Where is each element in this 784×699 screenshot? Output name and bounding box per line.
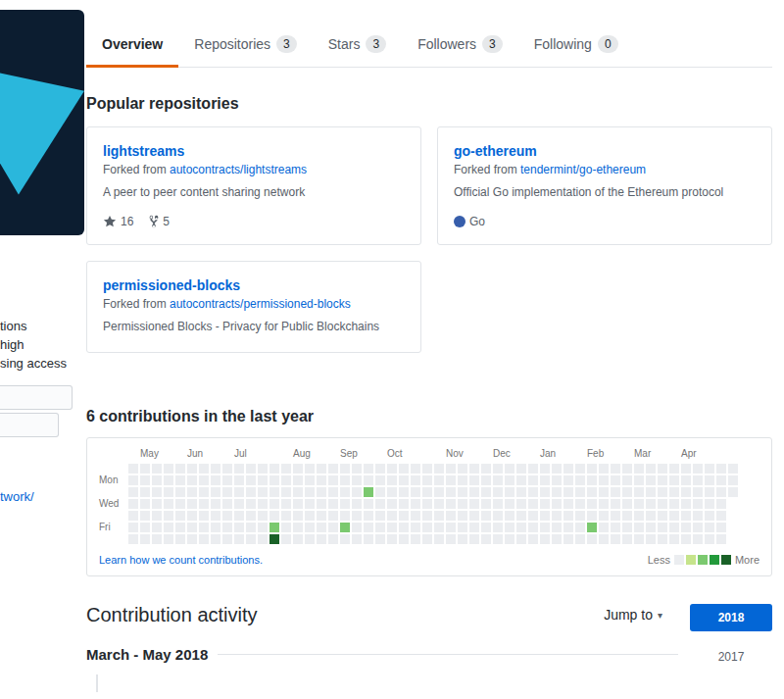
tab-overview[interactable]: Overview bbox=[86, 24, 178, 68]
contribution-cell bbox=[281, 487, 291, 497]
contribution-cell bbox=[399, 487, 409, 497]
year-2017[interactable]: 2017 bbox=[690, 643, 772, 671]
contribution-graph: MayJunJulAugSepOctNovDecJanFebMarAprMonW… bbox=[99, 448, 760, 548]
contribution-cell bbox=[364, 534, 373, 544]
tab-count-badge: 3 bbox=[366, 35, 386, 53]
repo-meta: Go bbox=[454, 215, 756, 228]
fork-source-link[interactable]: autocontracts/lightstreams bbox=[170, 163, 307, 176]
fork-source-link[interactable]: autocontracts/permissioned-blocks bbox=[170, 297, 351, 311]
contribution-cell bbox=[293, 534, 303, 544]
contribution-cell bbox=[211, 511, 220, 521]
contribution-cell bbox=[411, 523, 420, 532]
contribution-cell bbox=[352, 534, 362, 544]
forked-from-label: Forked from bbox=[103, 163, 170, 176]
contribution-cell bbox=[340, 464, 350, 474]
contribution-cell bbox=[587, 475, 597, 485]
contribution-cell bbox=[646, 464, 656, 474]
repo-language: Go bbox=[454, 215, 485, 228]
contribution-cell bbox=[646, 475, 656, 485]
contribution-cell bbox=[352, 511, 362, 521]
contribution-cell bbox=[528, 511, 538, 521]
contribution-cell bbox=[575, 464, 585, 474]
contribution-cell bbox=[128, 511, 138, 521]
repo-card-lightstreams: lightstreamsForked from autocontracts/li… bbox=[86, 126, 421, 245]
contribution-cell bbox=[317, 511, 326, 521]
contribution-cell bbox=[211, 523, 220, 532]
contribution-cell bbox=[611, 534, 620, 544]
contribution-cell bbox=[211, 475, 220, 485]
contribution-cell bbox=[140, 464, 150, 474]
calendar-month-label: Jan bbox=[540, 448, 556, 459]
contribution-cell bbox=[693, 475, 703, 485]
contribution-cell bbox=[599, 487, 609, 497]
contribution-cell bbox=[693, 534, 703, 544]
contribution-cell bbox=[128, 523, 138, 532]
contribution-cell bbox=[481, 523, 491, 532]
contribution-cell bbox=[540, 475, 550, 485]
contribution-cell bbox=[281, 534, 291, 544]
repo-link-permissioned-blocks[interactable]: permissioned-blocks bbox=[103, 277, 240, 293]
contribution-cell bbox=[481, 487, 491, 497]
contribution-cell bbox=[669, 499, 679, 509]
contribution-cell bbox=[622, 534, 632, 544]
repo-link-lightstreams[interactable]: lightstreams bbox=[103, 143, 184, 159]
contribution-cell bbox=[528, 499, 538, 509]
contribution-cell bbox=[728, 475, 738, 485]
year-selector: 20182017 bbox=[690, 604, 772, 671]
contribution-cell bbox=[434, 487, 444, 497]
contribution-cell bbox=[728, 487, 738, 497]
forks-link[interactable]: 5 bbox=[149, 215, 170, 228]
contribution-cell bbox=[669, 487, 679, 497]
contribution-cell bbox=[175, 499, 185, 509]
contribution-cell bbox=[469, 487, 479, 497]
contribution-cell bbox=[199, 464, 209, 474]
contribution-cell bbox=[516, 511, 526, 521]
contribution-cell bbox=[434, 534, 444, 544]
tab-following[interactable]: Following0 bbox=[518, 24, 634, 68]
star-icon bbox=[103, 215, 117, 228]
contribution-cell bbox=[328, 523, 338, 532]
contribution-cell bbox=[634, 523, 644, 532]
tab-followers[interactable]: Followers3 bbox=[402, 24, 518, 68]
contribution-cell bbox=[305, 511, 315, 521]
contribution-cell bbox=[575, 487, 585, 497]
contribution-cell bbox=[693, 499, 703, 509]
tab-count-badge: 0 bbox=[598, 35, 618, 53]
contribution-cell bbox=[305, 534, 315, 544]
learn-contributions-link[interactable]: Learn how we count contributions. bbox=[99, 554, 263, 566]
stargazers-link[interactable]: 16 bbox=[103, 215, 133, 228]
contribution-cell bbox=[281, 464, 291, 474]
activity-period-heading: March - May 2018 bbox=[86, 646, 208, 663]
contribution-cell bbox=[469, 499, 479, 509]
calendar-month-label: Nov bbox=[446, 448, 464, 459]
year-2018[interactable]: 2018 bbox=[690, 604, 772, 631]
contribution-cell bbox=[446, 487, 456, 497]
contribution-cell bbox=[611, 499, 620, 509]
contribution-cell bbox=[305, 464, 315, 474]
contribution-cell bbox=[493, 475, 503, 485]
contribution-cell bbox=[328, 475, 338, 485]
contribution-cell bbox=[564, 464, 573, 474]
jump-to-button[interactable]: Jump to ▾ bbox=[604, 607, 662, 623]
contribution-cell bbox=[564, 487, 573, 497]
fork-source-link[interactable]: tendermint/go-ethereum bbox=[520, 163, 646, 176]
contribution-cell bbox=[270, 464, 279, 474]
contribution-cell bbox=[234, 511, 244, 521]
contribution-cell bbox=[516, 475, 526, 485]
contribution-cell bbox=[317, 534, 326, 544]
forked-from-line: Forked from autocontracts/permissioned-b… bbox=[103, 297, 405, 311]
repo-description: A peer to peer content sharing network bbox=[103, 184, 405, 201]
tab-stars[interactable]: Stars3 bbox=[313, 24, 402, 68]
repo-link-go-ethereum[interactable]: go-ethereum bbox=[454, 143, 537, 159]
contribution-cell bbox=[505, 523, 514, 532]
calendar-month-label: Aug bbox=[293, 448, 311, 459]
tab-repositories[interactable]: Repositories3 bbox=[178, 24, 313, 68]
contribution-cell bbox=[716, 523, 726, 532]
contribution-cell bbox=[434, 523, 444, 532]
contribution-cell bbox=[246, 534, 256, 544]
profile-url-link-cropped[interactable]: twork/ bbox=[0, 489, 34, 504]
contribution-cell bbox=[328, 499, 338, 509]
contribution-cell bbox=[387, 534, 397, 544]
contribution-cell bbox=[611, 523, 620, 532]
contribution-cell bbox=[705, 534, 714, 544]
